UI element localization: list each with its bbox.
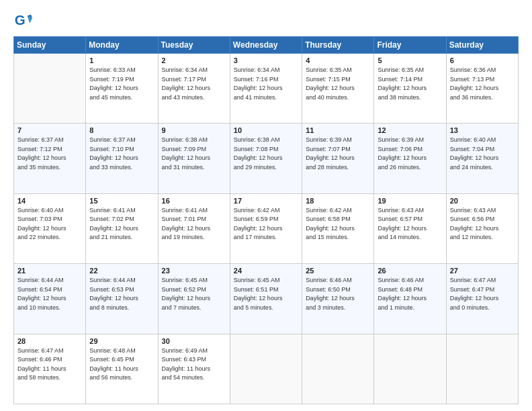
day-cell: 18Sunrise: 6:42 AMSunset: 6:58 PMDayligh…: [302, 193, 374, 263]
day-number: 15: [89, 197, 154, 205]
week-row-5: 28Sunrise: 6:47 AMSunset: 6:46 PMDayligh…: [14, 334, 519, 404]
day-info: Sunrise: 6:45 AMSunset: 6:52 PMDaylight:…: [162, 276, 226, 312]
day-info: Sunrise: 6:46 AMSunset: 6:50 PMDaylight:…: [306, 276, 370, 312]
day-number: 18: [306, 197, 370, 205]
day-info: Sunrise: 6:46 AMSunset: 6:48 PMDaylight:…: [378, 276, 442, 312]
day-info: Sunrise: 6:48 AMSunset: 6:45 PMDaylight:…: [89, 347, 154, 383]
weekday-header-tuesday: Tuesday: [158, 37, 230, 54]
day-number: 10: [234, 126, 298, 134]
day-number: 23: [162, 267, 226, 275]
day-cell: [230, 334, 302, 404]
day-number: 29: [89, 337, 154, 345]
day-cell: 24Sunrise: 6:45 AMSunset: 6:51 PMDayligh…: [230, 264, 302, 334]
weekday-header-row: SundayMondayTuesdayWednesdayThursdayFrid…: [14, 37, 519, 54]
day-cell: [302, 334, 374, 404]
day-number: 30: [162, 337, 226, 345]
day-cell: 29Sunrise: 6:48 AMSunset: 6:45 PMDayligh…: [86, 334, 158, 404]
day-number: 11: [306, 126, 370, 134]
day-cell: 22Sunrise: 6:44 AMSunset: 6:53 PMDayligh…: [86, 264, 158, 334]
day-cell: 20Sunrise: 6:43 AMSunset: 6:56 PMDayligh…: [446, 193, 518, 263]
weekday-header-sunday: Sunday: [14, 37, 86, 54]
day-number: 25: [306, 267, 370, 275]
day-cell: 30Sunrise: 6:49 AMSunset: 6:43 PMDayligh…: [158, 334, 230, 404]
day-info: Sunrise: 6:37 AMSunset: 7:10 PMDaylight:…: [89, 136, 154, 172]
day-number: 21: [17, 267, 82, 275]
day-info: Sunrise: 6:36 AMSunset: 7:13 PMDaylight:…: [450, 66, 515, 102]
calendar: SundayMondayTuesdayWednesdayThursdayFrid…: [13, 36, 519, 404]
day-cell: 28Sunrise: 6:47 AMSunset: 6:46 PMDayligh…: [14, 334, 86, 404]
day-cell: 27Sunrise: 6:47 AMSunset: 6:47 PMDayligh…: [446, 264, 518, 334]
day-number: 2: [162, 56, 226, 64]
weekday-header-wednesday: Wednesday: [230, 37, 302, 54]
day-info: Sunrise: 6:35 AMSunset: 7:15 PMDaylight:…: [306, 66, 370, 102]
day-number: 1: [89, 56, 154, 64]
day-number: 28: [17, 337, 82, 345]
day-number: 20: [450, 197, 515, 205]
week-row-3: 14Sunrise: 6:40 AMSunset: 7:03 PMDayligh…: [14, 193, 519, 263]
day-number: 16: [162, 197, 226, 205]
day-info: Sunrise: 6:45 AMSunset: 6:51 PMDaylight:…: [234, 276, 298, 312]
day-info: Sunrise: 6:41 AMSunset: 7:01 PMDaylight:…: [162, 206, 226, 242]
day-cell: 3Sunrise: 6:34 AMSunset: 7:16 PMDaylight…: [230, 54, 302, 124]
weekday-header-monday: Monday: [86, 37, 158, 54]
header: G: [13, 12, 519, 31]
day-cell: 10Sunrise: 6:38 AMSunset: 7:08 PMDayligh…: [230, 124, 302, 193]
day-cell: 21Sunrise: 6:44 AMSunset: 6:54 PMDayligh…: [14, 264, 86, 334]
day-cell: [446, 334, 518, 404]
week-row-1: 1Sunrise: 6:33 AMSunset: 7:19 PMDaylight…: [14, 54, 519, 124]
day-cell: 12Sunrise: 6:39 AMSunset: 7:06 PMDayligh…: [374, 124, 446, 193]
day-info: Sunrise: 6:39 AMSunset: 7:07 PMDaylight:…: [306, 136, 370, 172]
day-cell: [14, 54, 86, 124]
day-number: 5: [378, 56, 442, 64]
day-info: Sunrise: 6:41 AMSunset: 7:02 PMDaylight:…: [89, 206, 154, 242]
day-cell: 16Sunrise: 6:41 AMSunset: 7:01 PMDayligh…: [158, 193, 230, 263]
day-info: Sunrise: 6:44 AMSunset: 6:54 PMDaylight:…: [17, 276, 82, 312]
day-number: 6: [450, 56, 515, 64]
day-cell: 9Sunrise: 6:38 AMSunset: 7:09 PMDaylight…: [158, 124, 230, 193]
day-cell: [374, 334, 446, 404]
day-number: 7: [17, 126, 82, 134]
day-info: Sunrise: 6:34 AMSunset: 7:17 PMDaylight:…: [162, 66, 226, 102]
day-cell: 17Sunrise: 6:42 AMSunset: 6:59 PMDayligh…: [230, 193, 302, 263]
day-info: Sunrise: 6:35 AMSunset: 7:14 PMDaylight:…: [378, 66, 442, 102]
logo: G: [13, 12, 35, 31]
day-cell: 1Sunrise: 6:33 AMSunset: 7:19 PMDaylight…: [86, 54, 158, 124]
day-number: 3: [234, 56, 298, 64]
day-info: Sunrise: 6:44 AMSunset: 6:53 PMDaylight:…: [89, 276, 154, 312]
day-info: Sunrise: 6:49 AMSunset: 6:43 PMDaylight:…: [162, 347, 226, 383]
day-info: Sunrise: 6:47 AMSunset: 6:46 PMDaylight:…: [17, 347, 82, 383]
week-row-2: 7Sunrise: 6:37 AMSunset: 7:12 PMDaylight…: [14, 124, 519, 193]
logo-icon: G: [13, 12, 32, 31]
day-info: Sunrise: 6:43 AMSunset: 6:57 PMDaylight:…: [378, 206, 442, 242]
day-cell: 19Sunrise: 6:43 AMSunset: 6:57 PMDayligh…: [374, 193, 446, 263]
day-cell: 26Sunrise: 6:46 AMSunset: 6:48 PMDayligh…: [374, 264, 446, 334]
day-cell: 13Sunrise: 6:40 AMSunset: 7:04 PMDayligh…: [446, 124, 518, 193]
day-info: Sunrise: 6:33 AMSunset: 7:19 PMDaylight:…: [89, 66, 154, 102]
day-number: 26: [378, 267, 442, 275]
day-number: 8: [89, 126, 154, 134]
day-cell: 2Sunrise: 6:34 AMSunset: 7:17 PMDaylight…: [158, 54, 230, 124]
day-info: Sunrise: 6:40 AMSunset: 7:04 PMDaylight:…: [450, 136, 515, 172]
svg-text:G: G: [15, 12, 26, 28]
day-cell: 7Sunrise: 6:37 AMSunset: 7:12 PMDaylight…: [14, 124, 86, 193]
day-number: 24: [234, 267, 298, 275]
day-info: Sunrise: 6:39 AMSunset: 7:06 PMDaylight:…: [378, 136, 442, 172]
day-number: 27: [450, 267, 515, 275]
day-info: Sunrise: 6:34 AMSunset: 7:16 PMDaylight:…: [234, 66, 298, 102]
day-cell: 23Sunrise: 6:45 AMSunset: 6:52 PMDayligh…: [158, 264, 230, 334]
day-cell: 8Sunrise: 6:37 AMSunset: 7:10 PMDaylight…: [86, 124, 158, 193]
day-cell: 25Sunrise: 6:46 AMSunset: 6:50 PMDayligh…: [302, 264, 374, 334]
day-cell: 15Sunrise: 6:41 AMSunset: 7:02 PMDayligh…: [86, 193, 158, 263]
day-number: 22: [89, 267, 154, 275]
day-cell: 4Sunrise: 6:35 AMSunset: 7:15 PMDaylight…: [302, 54, 374, 124]
day-cell: 11Sunrise: 6:39 AMSunset: 7:07 PMDayligh…: [302, 124, 374, 193]
day-number: 17: [234, 197, 298, 205]
day-info: Sunrise: 6:47 AMSunset: 6:47 PMDaylight:…: [450, 276, 515, 312]
day-info: Sunrise: 6:43 AMSunset: 6:56 PMDaylight:…: [450, 206, 515, 242]
weekday-header-saturday: Saturday: [446, 37, 518, 54]
day-info: Sunrise: 6:40 AMSunset: 7:03 PMDaylight:…: [17, 206, 82, 242]
page: G SundayMondayTuesdayWednesdayThursdayFr…: [0, 0, 532, 411]
day-number: 13: [450, 126, 515, 134]
day-cell: 5Sunrise: 6:35 AMSunset: 7:14 PMDaylight…: [374, 54, 446, 124]
day-number: 12: [378, 126, 442, 134]
